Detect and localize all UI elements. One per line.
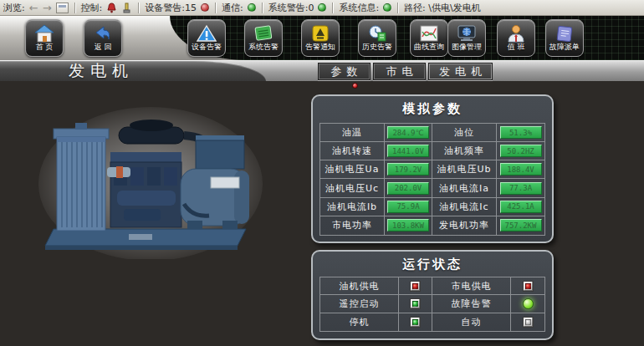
param-value: 188.4V [500,163,542,176]
separator [74,3,75,13]
curve-query-icon [419,24,439,43]
param-value: 51.3% [500,126,542,139]
sys-alarm-indicator [318,3,326,12]
param-label: 发电机功率 [439,219,489,232]
device-alarm-button[interactable]: 设备告警 [187,19,226,57]
running-status-panel: 运行状态 油机供电 市电供电 遥控启动 故障告警 停机 自动 [311,250,554,340]
system-alarm-icon [253,24,273,43]
param-label: 油位 [454,126,474,139]
param-value: 75.9A [387,201,429,213]
duty-button[interactable]: 值 班 [497,19,535,57]
device-alarm-icon [197,24,217,43]
param-value: 103.8KW [387,219,429,232]
status-label: 自动 [462,316,482,328]
device-alarm-count-label: 设备警告:15 [145,2,197,14]
status-led [523,298,534,309]
history-alarm-icon [367,24,387,43]
status-panel-title: 运行状态 [313,257,552,272]
tab-alert-dot [352,83,358,89]
button-label: 告警通知 [305,43,335,52]
system-alarm-button[interactable]: 系统告警 [244,19,283,57]
tab-bar: 参数 市电 发电机 [318,63,493,80]
comm-indicator [248,3,256,12]
analog-params-panel: 模拟参数 油温 284.9℃ 油位 51.3% 油机转速 1441.0V 油机频… [311,94,554,243]
comm-label: 通信: [222,2,243,14]
history-alarm-button[interactable]: 历史告警 [358,19,396,57]
home-button[interactable]: 首 页 [25,19,64,57]
button-label: 值 班 [508,43,525,52]
param-label: 油机电压Ub [437,163,491,176]
window-icon[interactable] [56,3,69,13]
param-label: 油温 [342,126,362,139]
home-icon [34,24,54,43]
param-value: 284.9℃ [387,126,429,139]
status-label: 市电供电 [452,280,492,293]
image-manage-button[interactable]: 图像管理 [447,19,486,57]
alarm-notify-icon [310,24,330,43]
param-label: 油机电流Ib [327,201,377,213]
title-band: 发电机 参数 市电 发电机 [0,60,644,81]
param-value: 77.3A [500,182,542,195]
nav-forward-arrow-icon[interactable]: → [43,3,52,13]
duty-icon [506,24,526,43]
browse-label: 浏览: [3,2,25,14]
param-label: 油机频率 [444,145,484,157]
analog-params-table: 油温 284.9℃ 油位 51.3% 油机转速 1441.0V 油机频率 50.… [319,123,545,236]
sys-info-indicator [383,3,391,12]
tab-generator[interactable]: 发电机 [428,63,493,80]
status-label: 油机供电 [340,280,380,293]
app-window: 浏览: ← → 控制: 设备警告:15 通信: 系统警告:0 [0,0,644,346]
param-label: 油机电压Ua [325,163,380,176]
status-label: 停机 [350,316,370,328]
generator-image [37,104,264,259]
back-icon [93,24,113,43]
tab-mains[interactable]: 市电 [373,63,426,80]
separator [138,3,139,13]
param-value: 202.0V [387,182,429,195]
separator [262,3,263,13]
separator [215,3,216,13]
icon-toolbar: 首 页 返 回 设备告警 系统告警 告警通知 [0,16,644,60]
param-value: 425.1A [500,201,542,213]
param-value: 179.2V [387,163,429,176]
button-label: 设备告警 [192,43,222,52]
separator [332,3,333,13]
menubar: 浏览: ← → 控制: 设备警告:15 通信: 系统警告:0 [0,0,644,16]
status-led [410,317,421,328]
running-status-table: 油机供电 市电供电 遥控启动 故障告警 停机 自动 [319,277,545,332]
button-label: 首 页 [36,43,54,52]
path-label: 路径: \供电\发电机 [404,2,481,14]
tab-params[interactable]: 参数 [318,63,371,80]
page-title: 发电机 [69,60,134,82]
button-label: 历史告警 [362,43,392,52]
button-label: 故障派单 [549,43,580,52]
status-label: 故障告警 [452,298,492,310]
param-value: 757.2KW [500,219,542,232]
separator [397,3,398,13]
param-value: 1441.0V [387,145,429,157]
alarm-notify-button[interactable]: 告警通知 [301,19,340,57]
curve-query-button[interactable]: 曲线查询 [410,19,448,57]
param-label: 油机转速 [332,145,372,157]
control-label: 控制: [81,2,103,14]
status-led [410,281,421,292]
param-label: 市电功率 [332,219,372,232]
param-value: 50.2HZ [500,145,542,157]
status-led [523,317,534,328]
nav-back-arrow-icon[interactable]: ← [29,3,38,13]
analog-panel-title: 模拟参数 [313,101,552,117]
alarm-bell-icon[interactable] [106,3,117,13]
button-label: 返 回 [95,43,112,52]
button-label: 系统告警 [248,43,279,52]
fault-ticket-button[interactable]: 故障派单 [545,19,584,57]
status-led [410,298,421,309]
control-switch-icon[interactable] [121,3,132,13]
fault-ticket-icon [555,24,575,43]
button-label: 图像管理 [452,43,482,52]
sys-info-label: 系统信息: [339,2,379,14]
button-label: 曲线查询 [414,43,444,52]
param-label: 油机电流Ic [439,201,488,213]
back-button[interactable]: 返 回 [84,19,122,57]
device-alarm-indicator [201,3,209,12]
sys-alarm-count-label: 系统警告:0 [268,2,314,14]
